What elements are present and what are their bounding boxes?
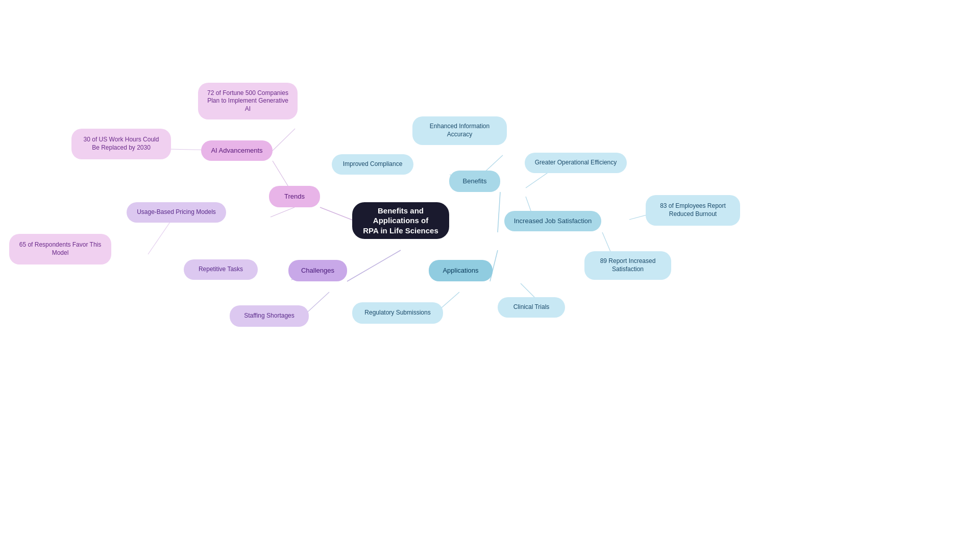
benefits-node: Benefits <box>449 171 500 192</box>
svg-line-7 <box>271 207 295 217</box>
benefits-label: Benefits <box>463 177 487 186</box>
trends-node: Trends <box>269 186 320 207</box>
staffing-shortages-label: Staffing Shortages <box>244 312 295 320</box>
applications-node: Applications <box>429 260 493 281</box>
work-hours-node: 30 of US Work Hours Could Be Replaced by… <box>71 129 171 159</box>
svg-line-1 <box>498 192 500 232</box>
fortune500-label: 72 of Fortune 500 Companies Plan to Impl… <box>206 89 289 113</box>
fortune500-node: 72 of Fortune 500 Companies Plan to Impl… <box>198 83 298 119</box>
pricing-label: Usage-Based Pricing Models <box>137 208 216 217</box>
enhanced-accuracy-node: Enhanced Information Accuracy <box>412 116 507 145</box>
improved-compliance-label: Improved Compliance <box>343 160 403 169</box>
increased-satisfaction-label: 89 Report Increased Satisfaction <box>593 257 663 273</box>
enhanced-accuracy-label: Enhanced Information Accuracy <box>421 123 499 138</box>
increased-satisfaction-node: 89 Report Increased Satisfaction <box>584 251 671 280</box>
clinical-trials-label: Clinical Trials <box>513 303 550 311</box>
svg-line-5 <box>273 129 295 151</box>
trends-label: Trends <box>284 193 305 201</box>
respondents-label: 65 of Respondents Favor This Model <box>17 241 103 257</box>
burnout-label: 83 of Employees Report Reduced Burnout <box>654 202 732 218</box>
work-hours-label: 30 of US Work Hours Could Be Replaced by… <box>80 136 163 152</box>
clinical-trials-node: Clinical Trials <box>498 297 565 318</box>
operational-efficiency-node: Greater Operational Efficiency <box>525 153 627 173</box>
center-node: Benefits and Applications of RPA in Life… <box>352 202 449 239</box>
improved-compliance-node: Improved Compliance <box>332 154 413 175</box>
challenges-label: Challenges <box>301 267 334 275</box>
burnout-node: 83 of Employees Report Reduced Burnout <box>646 195 740 226</box>
pricing-node: Usage-Based Pricing Models <box>127 202 226 223</box>
applications-label: Applications <box>443 267 478 275</box>
ai-advancements-label: AI Advancements <box>211 147 262 155</box>
regulatory-submissions-node: Regulatory Submissions <box>352 302 443 324</box>
staffing-shortages-node: Staffing Shortages <box>230 305 309 327</box>
regulatory-submissions-label: Regulatory Submissions <box>364 309 430 317</box>
repetitive-tasks-node: Repetitive Tasks <box>184 259 258 280</box>
job-satisfaction-label: Increased Job Satisfaction <box>514 217 592 226</box>
center-label: Benefits and Applications of RPA in Life… <box>360 206 441 236</box>
operational-efficiency-label: Greater Operational Efficiency <box>535 159 617 167</box>
job-satisfaction-node: Increased Job Satisfaction <box>504 211 601 231</box>
respondents-node: 65 of Respondents Favor This Model <box>9 234 111 265</box>
ai-advancements-node: AI Advancements <box>201 140 273 161</box>
repetitive-tasks-label: Repetitive Tasks <box>199 266 243 274</box>
challenges-node: Challenges <box>288 260 347 281</box>
svg-line-2 <box>347 250 401 281</box>
